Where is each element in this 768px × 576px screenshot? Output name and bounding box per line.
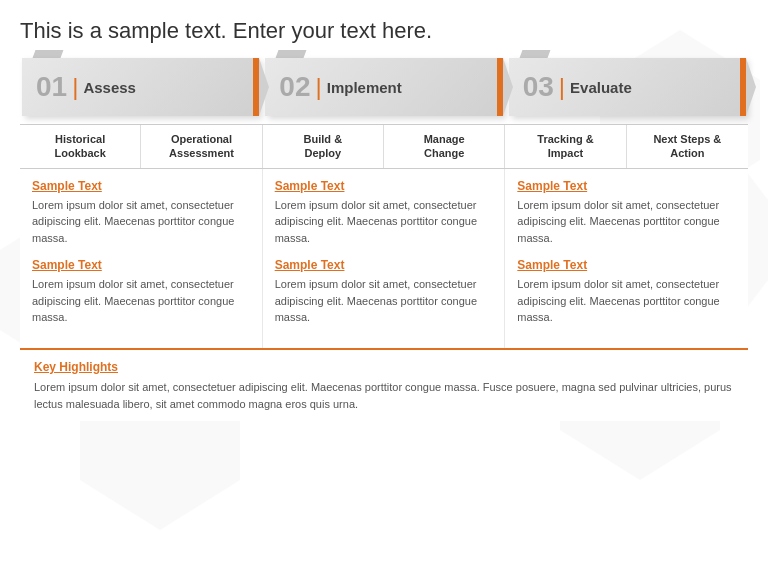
lorem-text-2-2: Lorem ipsum dolor sit amet, consectetuer… <box>275 276 493 326</box>
sample-link-3-2[interactable]: Sample Text <box>517 258 736 272</box>
sample-link-1-1[interactable]: Sample Text <box>32 179 250 193</box>
sample-link-2-1[interactable]: Sample Text <box>275 179 493 193</box>
content-block-1-2: Sample Text Lorem ipsum dolor sit amet, … <box>32 258 250 326</box>
phase-2-block: 02 | Implement <box>265 58 502 116</box>
lorem-text-1-1: Lorem ipsum dolor sit amet, consectetuer… <box>32 197 250 247</box>
highlights-body: Lorem ipsum dolor sit amet, consectetuer… <box>34 379 734 413</box>
phase-3-tab <box>519 50 550 58</box>
col-header-3: Build & Deploy <box>263 125 384 168</box>
col-header-2: Operational Assessment <box>141 125 262 168</box>
phase-2-tab <box>276 50 307 58</box>
phase-2-separator: | <box>315 73 321 101</box>
col-header-1: Historical Lookback <box>20 125 141 168</box>
content-block-3-1: Sample Text Lorem ipsum dolor sit amet, … <box>517 179 736 247</box>
phase-1-number: 01 <box>36 73 67 101</box>
col-header-4: Manage Change <box>384 125 505 168</box>
content-col-1: Sample Text Lorem ipsum dolor sit amet, … <box>20 169 263 348</box>
page-title: This is a sample text. Enter your text h… <box>20 18 748 44</box>
highlights-title: Key Highlights <box>34 360 734 374</box>
phase-3-wrap: 03 | Evaluate <box>509 58 746 116</box>
highlights-section: Key Highlights Lorem ipsum dolor sit ame… <box>20 350 748 421</box>
content-block-2-1: Sample Text Lorem ipsum dolor sit amet, … <box>275 179 493 247</box>
phase-1-wrap: 01 | Assess <box>22 58 259 116</box>
phase-1-tab <box>33 50 64 58</box>
phase-3-label: Evaluate <box>570 79 632 96</box>
phase-2-label: Implement <box>327 79 402 96</box>
phase-1-label: Assess <box>83 79 136 96</box>
col-header-5: Tracking & Impact <box>505 125 626 168</box>
content-block-3-2: Sample Text Lorem ipsum dolor sit amet, … <box>517 258 736 326</box>
sample-link-1-2[interactable]: Sample Text <box>32 258 250 272</box>
phase-1-block: 01 | Assess <box>22 58 259 116</box>
lorem-text-2-1: Lorem ipsum dolor sit amet, consectetuer… <box>275 197 493 247</box>
content-block-2-2: Sample Text Lorem ipsum dolor sit amet, … <box>275 258 493 326</box>
lorem-text-3-2: Lorem ipsum dolor sit amet, consectetuer… <box>517 276 736 326</box>
content-grid: Sample Text Lorem ipsum dolor sit amet, … <box>20 169 748 350</box>
main-container: This is a sample text. Enter your text h… <box>0 0 768 433</box>
content-col-2: Sample Text Lorem ipsum dolor sit amet, … <box>263 169 506 348</box>
lorem-text-1-2: Lorem ipsum dolor sit amet, consectetuer… <box>32 276 250 326</box>
phase-3-separator: | <box>559 73 565 101</box>
content-col-3: Sample Text Lorem ipsum dolor sit amet, … <box>505 169 748 348</box>
sample-link-2-2[interactable]: Sample Text <box>275 258 493 272</box>
content-block-1-1: Sample Text Lorem ipsum dolor sit amet, … <box>32 179 250 247</box>
col-header-6: Next Steps & Action <box>627 125 748 168</box>
sample-link-3-1[interactable]: Sample Text <box>517 179 736 193</box>
phase-2-number: 02 <box>279 73 310 101</box>
phases-row: 01 | Assess 02 | Implement 03 | Evaluate <box>20 58 748 116</box>
phase-2-wrap: 02 | Implement <box>265 58 502 116</box>
lorem-text-3-1: Lorem ipsum dolor sit amet, consectetuer… <box>517 197 736 247</box>
phase-3-block: 03 | Evaluate <box>509 58 746 116</box>
column-headers: Historical Lookback Operational Assessme… <box>20 124 748 169</box>
phase-1-separator: | <box>72 73 78 101</box>
phase-3-number: 03 <box>523 73 554 101</box>
